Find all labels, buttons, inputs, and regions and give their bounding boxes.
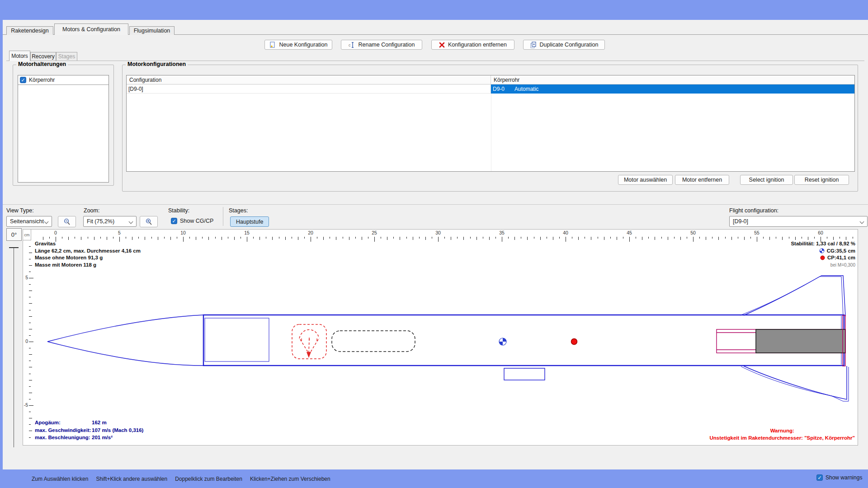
flight-configuration-select[interactable]: [D9-0]	[729, 216, 868, 227]
x-ruler-label: 0	[54, 230, 57, 235]
groupbox-title: Motorkonfigurationen	[126, 61, 188, 67]
remove-configuration-button[interactable]: Konfiguration entfernen	[431, 40, 514, 50]
x-ruler-tick	[674, 237, 675, 239]
y-ruler-tick	[29, 291, 32, 291]
y-ruler-tick	[29, 246, 31, 247]
subtab-recovery[interactable]: Recovery	[30, 52, 56, 61]
rename-configuration-button[interactable]: c Rename Configuration	[341, 40, 422, 50]
zoom-out-button[interactable]	[58, 216, 76, 227]
launch-lug[interactable]	[504, 368, 545, 380]
stages-label: Stages:	[229, 207, 248, 214]
rocket-mass-motors-line: Masse mit Motoren 118 g	[35, 262, 141, 269]
show-warnings-checkbox[interactable]: ✓	[816, 474, 823, 481]
select-motor-button[interactable]: Motor auswählen	[618, 175, 673, 185]
y-ruler-tick	[29, 259, 31, 259]
x-ruler-tick	[49, 237, 50, 239]
show-warnings-control[interactable]: ✓ Show warnings	[816, 474, 862, 481]
rocket-canvas[interactable]: cm	[23, 229, 858, 446]
x-ruler-label: 60	[818, 230, 823, 235]
x-ruler-tick	[253, 237, 254, 239]
shock-cord[interactable]	[332, 331, 415, 352]
stability-info-block: Stabilität: 1,33 cal / 8,92 % CG:35,5 cm…	[791, 240, 855, 268]
duplicate-configuration-button[interactable]: Duplicate Configuration	[523, 40, 605, 50]
zoom-in-button[interactable]	[140, 216, 158, 227]
reset-ignition-button[interactable]: Reset ignition	[794, 175, 849, 185]
mount-checkbox[interactable]: ✓	[20, 77, 26, 83]
status-hint: Doppelklick zum Bearbeiten	[175, 476, 242, 482]
cell-configuration[interactable]: [D9-0]	[127, 84, 491, 94]
stage-toggle-hauptstufe[interactable]: Hauptstufe	[230, 216, 269, 227]
chevron-down-icon	[129, 220, 133, 224]
upper-fin[interactable]	[740, 276, 845, 316]
x-ruler-tick	[151, 237, 152, 239]
tab-raketendesign[interactable]: Raketendesign	[6, 26, 53, 35]
motor[interactable]	[756, 329, 845, 353]
table-row[interactable]: [D9-0] D9-0 Automatic	[127, 84, 854, 94]
magnifier-plus-icon	[145, 218, 152, 225]
subtab-label: Stages	[58, 53, 75, 60]
y-ruler-tick	[29, 412, 31, 412]
rocket-name: Gravitas	[35, 240, 141, 248]
lower-fin[interactable]	[741, 366, 849, 401]
x-ruler-tick	[56, 237, 56, 242]
x-ruler-tick	[668, 237, 668, 240]
x-ruler-tick	[183, 237, 184, 242]
column-koerperrohr[interactable]: Körperrohr	[491, 75, 519, 84]
x-ruler-tick	[521, 237, 521, 239]
x-ruler-tick	[75, 237, 75, 239]
button-label: Select ignition	[749, 177, 784, 183]
configurations-table: Configuration Körperrohr [D9-0] D9-0 Aut…	[126, 75, 855, 172]
cell-motor-selected[interactable]: D9-0 Automatic	[491, 84, 854, 94]
view-type-select[interactable]: Seitenansicht	[6, 216, 52, 227]
parachute[interactable]	[292, 324, 326, 359]
rotation-slider-track[interactable]	[14, 248, 14, 447]
copy-icon	[530, 42, 537, 48]
y-ruler-tick	[29, 380, 32, 380]
tab-flugsimulation[interactable]: Flugsimulation	[129, 26, 175, 35]
zoom-select[interactable]: Fit (75,2%)	[83, 216, 137, 227]
motor-configurations-groupbox: Motorkonfigurationen Configuration Körpe…	[122, 65, 858, 192]
x-ruler-tick	[527, 237, 528, 240]
chevron-down-icon	[44, 220, 49, 224]
x-ruler-tick	[317, 237, 317, 239]
ignition-mode: Automatic	[514, 86, 538, 92]
x-ruler-tick	[381, 237, 381, 239]
column-separator	[491, 94, 491, 171]
x-ruler-tick	[81, 237, 81, 240]
x-ruler-tick	[782, 237, 783, 240]
rotation-slider-handle[interactable]	[9, 247, 19, 248]
tab-motors-configuration[interactable]: Motors & Configuration	[54, 23, 128, 35]
x-ruler-tick	[202, 237, 203, 239]
mount-item-koerperrohr[interactable]: ✓ Körperrohr	[18, 75, 108, 85]
warning-title: Warnung:	[710, 427, 855, 434]
x-ruler-tick	[470, 237, 471, 239]
y-ruler-tick	[29, 278, 33, 278]
show-cg-cp-checkbox[interactable]: ✓	[171, 218, 177, 224]
x-ruler-tick	[604, 237, 604, 240]
show-cg-cp-control[interactable]: ✓ Show CG/CP	[171, 218, 213, 224]
x-ruler-tick	[591, 237, 591, 240]
x-ruler-tick	[158, 237, 158, 240]
column-configuration[interactable]: Configuration	[127, 75, 491, 84]
mach-note: bei M=0,300	[791, 262, 855, 269]
x-ruler-tick	[43, 237, 43, 240]
subtab-motors[interactable]: Motors	[9, 51, 30, 61]
x-ruler-tick	[88, 237, 88, 239]
rocket-drawing	[23, 230, 859, 446]
x-ruler-label: 45	[627, 230, 632, 235]
y-ruler-tick	[29, 437, 31, 438]
select-ignition-button[interactable]: Select ignition	[740, 175, 793, 185]
nose-cone[interactable]	[47, 315, 203, 366]
x-ruler-tick	[330, 237, 330, 239]
new-configuration-button[interactable]: Neue Konfiguration	[264, 40, 332, 50]
body-tube[interactable]	[203, 315, 844, 366]
x-ruler-tick	[94, 237, 94, 240]
chevron-down-icon	[860, 220, 864, 224]
y-ruler-tick	[29, 354, 32, 355]
nose-shoulder[interactable]	[205, 318, 269, 361]
y-ruler-tick	[29, 361, 31, 361]
y-ruler-tick	[29, 374, 31, 374]
remove-motor-button[interactable]: Motor entfernen	[675, 175, 729, 185]
x-ruler-tick	[840, 237, 840, 239]
x-ruler-tick	[343, 237, 343, 239]
